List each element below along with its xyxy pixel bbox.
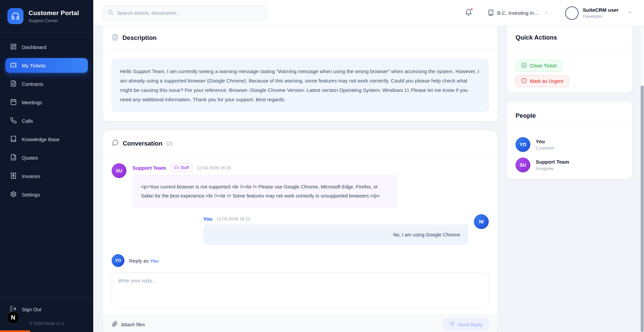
sidebar-item-settings[interactable]: Settings xyxy=(5,187,88,202)
reply-as-row: YO Reply as You xyxy=(112,254,489,267)
avatar-you: YO xyxy=(516,137,530,152)
person-role: Assignee xyxy=(536,166,569,171)
avatar-reply: YO xyxy=(112,254,124,267)
send-reply-label: Send Reply xyxy=(458,322,483,327)
message-author: You xyxy=(203,216,212,222)
paperclip-icon xyxy=(112,321,118,328)
book-icon xyxy=(10,135,17,143)
alert-circle-icon xyxy=(521,78,527,85)
user-menu[interactable]: SuiteCRM user Developer xyxy=(565,6,633,20)
building-icon xyxy=(488,9,494,17)
message-author: Support Team xyxy=(132,165,166,171)
person-row-support: SU Support Team Assignee xyxy=(516,158,624,172)
quick-actions-header: Quick Actions xyxy=(507,26,632,48)
message-timestamp: 12.04.2026 16:20 xyxy=(197,165,231,170)
close-ticket-label: Close Ticket xyxy=(530,63,556,68)
sidebar-item-label: My Tickets xyxy=(22,63,46,68)
quick-actions-body: Close Ticket Mark as Urgent xyxy=(507,48,632,93)
sidebar-nav: Dashboard My Tickets Contracts Meetings … xyxy=(0,33,93,297)
reply-textarea[interactable] xyxy=(112,272,489,308)
copyright-text: © 2026 Portal v1.0 xyxy=(5,321,88,326)
message-circle-icon xyxy=(112,139,119,148)
quick-actions-card: Quick Actions Close Ticket Mark as Urgen… xyxy=(506,26,633,93)
sidebar-item-my-tickets[interactable]: My Tickets xyxy=(5,58,88,73)
dev-badge[interactable]: N xyxy=(7,311,19,324)
mark-urgent-label: Mark as Urgent xyxy=(530,78,563,84)
reply-area xyxy=(112,272,489,309)
x-circle-icon xyxy=(521,62,527,69)
search-box xyxy=(103,6,267,20)
sidebar-item-label: Contracts xyxy=(22,81,43,87)
headset-icon xyxy=(174,165,178,170)
close-ticket-button[interactable]: Close Ticket xyxy=(516,60,562,72)
brand: Customer Portal Support Center xyxy=(0,0,93,33)
user-name: SuiteCRM user xyxy=(583,7,619,13)
person-name: You xyxy=(536,139,554,144)
sidebar-item-knowledge-base[interactable]: Knowledge Base xyxy=(5,132,88,147)
phone-icon xyxy=(10,117,17,125)
person-name: Support Team xyxy=(536,159,569,165)
brand-subtitle: Support Center xyxy=(29,18,79,23)
sidebar-item-contracts[interactable]: Contracts xyxy=(5,76,88,91)
attach-files-label: Attach files xyxy=(121,322,145,327)
headset-logo-icon xyxy=(7,8,23,24)
chevron-down-icon xyxy=(544,10,549,16)
scrollbar-thumb[interactable] xyxy=(641,86,644,332)
quick-actions-title: Quick Actions xyxy=(516,34,557,41)
conversation-title: Conversation xyxy=(123,140,162,147)
description-header: Description xyxy=(103,26,497,49)
brand-title: Customer Portal xyxy=(29,9,79,17)
main-area: B.C. Investing In… SuiteCRM user Develop… xyxy=(93,0,644,332)
sign-out-label: Sign Out xyxy=(22,307,41,312)
message-bubble: No, I am using Google Chrome xyxy=(203,225,468,245)
sidebar-item-dashboard[interactable]: Dashboard xyxy=(5,40,88,54)
gear-icon xyxy=(10,191,17,199)
staff-badge: Staff xyxy=(170,163,193,172)
topbar: B.C. Investing In… SuiteCRM user Develop… xyxy=(93,0,644,26)
company-selector[interactable]: B.C. Investing In… xyxy=(488,9,549,17)
message-timestamp: 12.04.2026 16:21 xyxy=(216,216,250,221)
reply-as-text: Reply as You xyxy=(129,258,159,264)
sidebar-item-quotes[interactable]: Quotes xyxy=(5,150,88,165)
page-scrollbar[interactable] xyxy=(640,26,644,332)
person-row-you: YO You Customer xyxy=(516,137,624,152)
sidebar-item-label: Settings xyxy=(22,192,40,198)
conversation-count: (2) xyxy=(166,141,172,146)
sidebar-item-invoices[interactable]: Invoices xyxy=(5,169,88,183)
app-window: Customer Portal Support Center Dashboard… xyxy=(0,0,644,332)
message-staff: SU Support Team Staff 12.04.2026 16:20 xyxy=(112,163,489,208)
reply-as-name: You xyxy=(150,258,158,264)
conversation-footer: Attach files Send Reply xyxy=(103,314,497,332)
search-icon xyxy=(108,9,114,17)
mark-urgent-button[interactable]: Mark as Urgent xyxy=(516,75,569,87)
send-icon xyxy=(449,321,454,328)
sidebar: Customer Portal Support Center Dashboard… xyxy=(0,0,93,332)
avatar-support: SU xyxy=(112,163,126,178)
avatar-support-team: SU xyxy=(516,158,530,172)
sidebar-item-label: Dashboard xyxy=(22,44,46,50)
calendar-icon xyxy=(10,99,17,106)
sidebar-item-meetings[interactable]: Meetings xyxy=(5,95,88,110)
invoice-receipt-icon xyxy=(10,172,17,180)
ticket-icon xyxy=(10,62,17,69)
avatar-customer: NI xyxy=(474,214,489,229)
people-title: People xyxy=(516,112,536,119)
staff-badge-label: Staff xyxy=(180,165,189,170)
people-list: YO You Customer SU Support Team Assignee xyxy=(507,126,632,179)
chevron-down-icon xyxy=(627,10,633,16)
quote-chart-file-icon xyxy=(10,154,17,162)
user-role: Developer xyxy=(583,14,619,19)
notifications-button[interactable] xyxy=(465,9,472,17)
description-text: Hello Support Team, I am currently seein… xyxy=(112,59,489,112)
notification-dot xyxy=(470,8,473,11)
attach-files-button[interactable]: Attach files xyxy=(112,321,145,328)
description-title: Description xyxy=(122,34,157,42)
search-input[interactable] xyxy=(117,10,262,16)
avatar xyxy=(565,6,579,20)
sidebar-item-calls[interactable]: Calls xyxy=(5,113,88,128)
send-reply-button[interactable]: Send Reply xyxy=(443,318,489,331)
company-name: B.C. Investing In… xyxy=(497,10,539,16)
sidebar-item-label: Calls xyxy=(22,118,33,124)
description-card: Description Hello Support Team, I am cur… xyxy=(103,26,498,122)
topbar-right: B.C. Investing In… SuiteCRM user Develop… xyxy=(465,6,633,20)
